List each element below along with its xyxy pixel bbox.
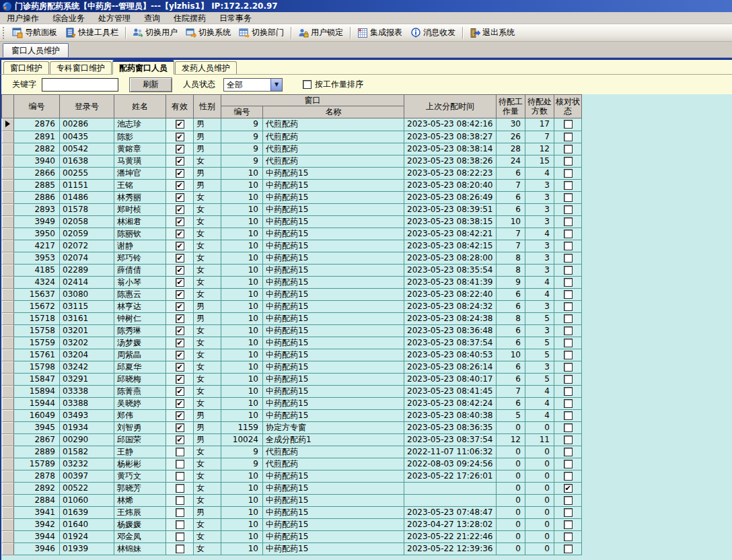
check-status-checkbox[interactable] <box>564 205 573 214</box>
menu-general-biz[interactable]: 综合业务 <box>46 12 92 24</box>
check-status-checkbox[interactable] <box>564 193 573 202</box>
table-row[interactable]: 395002059陈丽钦✔女10中药配药152023-05-23 08:42:2… <box>2 228 582 240</box>
table-row[interactable]: 394401924邓金凤女10中药配药152023-05-22 21:22:46… <box>2 530 582 542</box>
check-status-checkbox[interactable]: ✔ <box>564 484 573 493</box>
message-button[interactable]: 消息收发 <box>406 26 460 40</box>
staff-status-select[interactable]: 全部 ▼ <box>223 78 283 92</box>
check-status-checkbox[interactable] <box>564 520 573 529</box>
row-selector[interactable] <box>2 506 14 518</box>
row-selector[interactable] <box>2 215 14 228</box>
table-row[interactable]: 1576103204周紫晶✔女10中药配药152023-05-23 08:40:… <box>2 349 582 361</box>
table-row[interactable]: 287800397黄巧文女10中药配药152023-05-22 17:26:01… <box>2 470 582 482</box>
check-status-checkbox[interactable] <box>564 472 573 481</box>
row-selector[interactable] <box>2 203 14 215</box>
table-row[interactable]: 394101639王炜辰男10中药配药152023-05-23 07:48:47… <box>2 506 582 518</box>
check-status-checkbox[interactable] <box>564 545 573 553</box>
valid-checkbox[interactable] <box>176 508 184 517</box>
table-row[interactable]: 288601486林秀丽✔女10中药配药152023-05-23 08:26:4… <box>2 191 582 203</box>
check-status-checkbox[interactable] <box>564 423 573 432</box>
row-selector[interactable] <box>2 458 14 470</box>
row-selector[interactable] <box>2 361 14 373</box>
row-selector[interactable] <box>2 167 14 179</box>
check-status-checkbox[interactable] <box>564 302 573 311</box>
valid-checkbox[interactable]: ✔ <box>176 242 184 250</box>
keyword-input[interactable] <box>42 78 118 92</box>
tab-dispensing-window-staff[interactable]: 配药窗口人员 <box>112 60 174 75</box>
row-selector[interactable] <box>2 482 14 494</box>
row-selector[interactable] <box>2 131 14 143</box>
row-selector[interactable] <box>2 179 14 191</box>
check-status-checkbox[interactable] <box>564 133 573 141</box>
valid-checkbox[interactable]: ✔ <box>176 254 184 262</box>
row-selector[interactable] <box>2 446 14 458</box>
check-status-checkbox[interactable] <box>564 157 573 166</box>
table-row[interactable]: 1594403388吴晓婷✔女10中药配药152023-05-23 08:42:… <box>2 397 582 409</box>
switch-dept-button[interactable]: 切换部门 <box>235 26 288 40</box>
check-status-checkbox[interactable] <box>564 169 573 178</box>
menu-inpatient[interactable]: 住院摆药 <box>167 12 213 24</box>
check-status-checkbox[interactable] <box>564 351 573 359</box>
valid-checkbox[interactable]: ✔ <box>176 266 184 275</box>
row-selector[interactable] <box>2 191 14 203</box>
table-row[interactable]: 287600286池志珍✔男9代煎配药2023-05-23 08:42:1630… <box>2 118 582 131</box>
valid-checkbox[interactable] <box>176 496 184 505</box>
row-selector[interactable] <box>2 433 14 446</box>
table-row[interactable]: 288200542黄鎔章✔男9代煎配药2023-05-23 08:38:1428… <box>2 143 582 155</box>
valid-checkbox[interactable] <box>176 545 184 553</box>
valid-checkbox[interactable]: ✔ <box>176 435 184 444</box>
check-status-checkbox[interactable] <box>564 254 573 262</box>
table-row[interactable]: 289301578郑时桢✔女10中药配药152023-05-23 08:39:5… <box>2 203 582 215</box>
table-row[interactable]: 394501934刘智勇✔男1159协定方专窗2023-05-23 08:36:… <box>2 421 582 433</box>
check-status-checkbox[interactable] <box>564 339 573 347</box>
tab-issuing-staff-maintenance[interactable]: 发药人员维护 <box>175 61 237 74</box>
row-selector[interactable] <box>2 143 14 155</box>
table-row[interactable]: 1579803242邱夏华✔女10中药配药152023-05-23 08:26:… <box>2 361 582 373</box>
check-status-checkbox[interactable] <box>564 242 573 250</box>
table-row[interactable]: 286700290邱国荣✔男10024全成分配药12023-05-23 08:3… <box>2 433 582 446</box>
check-status-checkbox[interactable] <box>564 411 573 420</box>
table-row[interactable]: 421702072谢静✔女10中药配药152023-05-23 08:42:15… <box>2 240 582 252</box>
table-row[interactable]: 432402414翁小琴✔女10中药配药152023-05-23 08:41:3… <box>2 276 582 288</box>
report-button[interactable]: 集成报表 <box>353 26 406 40</box>
row-selector[interactable] <box>2 252 14 264</box>
row-selector[interactable] <box>2 324 14 337</box>
check-status-checkbox[interactable] <box>564 145 573 153</box>
refresh-button[interactable]: 刷新 <box>129 77 172 92</box>
table-row[interactable]: 1567203115林亨达✔男10中药配药152023-05-23 08:24:… <box>2 300 582 312</box>
check-status-checkbox[interactable] <box>564 120 573 129</box>
check-status-checkbox[interactable] <box>564 448 573 456</box>
valid-checkbox[interactable]: ✔ <box>176 278 184 287</box>
sort-by-workload-checkbox[interactable] <box>303 80 312 89</box>
row-selector[interactable] <box>2 494 14 506</box>
table-row[interactable]: 394201640杨媛媛女10中药配药152023-04-27 13:28:02… <box>2 518 582 530</box>
menu-query[interactable]: 查询 <box>137 12 167 24</box>
check-status-checkbox[interactable] <box>564 314 573 323</box>
check-status-checkbox[interactable] <box>564 290 573 299</box>
valid-checkbox[interactable]: ✔ <box>176 351 184 359</box>
valid-checkbox[interactable]: ✔ <box>176 145 184 153</box>
row-selector[interactable] <box>2 288 14 300</box>
menu-user-ops[interactable]: 用户操作 <box>0 12 46 24</box>
check-status-checkbox[interactable] <box>564 375 573 384</box>
check-status-checkbox[interactable] <box>564 435 573 444</box>
valid-checkbox[interactable]: ✔ <box>176 387 184 396</box>
check-status-checkbox[interactable] <box>564 266 573 275</box>
row-selector[interactable] <box>2 385 14 397</box>
tab-window-staff-maintenance[interactable]: 窗口人员维护 <box>3 43 69 57</box>
check-status-checkbox[interactable] <box>564 217 573 226</box>
valid-checkbox[interactable]: ✔ <box>176 375 184 384</box>
valid-checkbox[interactable]: ✔ <box>176 411 184 420</box>
valid-checkbox[interactable]: ✔ <box>176 181 184 190</box>
row-selector[interactable] <box>2 421 14 433</box>
valid-checkbox[interactable]: ✔ <box>176 205 184 214</box>
quick-toolbar-button[interactable]: 快捷工具栏 <box>61 26 122 40</box>
table-row[interactable]: 1589403338陈菁燕✔女10中药配药152023-05-23 08:41:… <box>2 385 582 397</box>
valid-checkbox[interactable]: ✔ <box>176 363 184 372</box>
valid-checkbox[interactable]: ✔ <box>176 217 184 226</box>
switch-user-button[interactable]: 切换用户 <box>129 26 182 40</box>
table-row[interactable]: 288501151王铭✔男10中药配药152023-05-23 08:20:40… <box>2 179 582 191</box>
table-row[interactable]: 1604903493郑伟✔男10中药配药152023-05-23 08:40:3… <box>2 409 582 421</box>
row-selector[interactable] <box>2 276 14 288</box>
valid-checkbox[interactable]: ✔ <box>176 230 184 238</box>
valid-checkbox[interactable] <box>176 520 184 529</box>
